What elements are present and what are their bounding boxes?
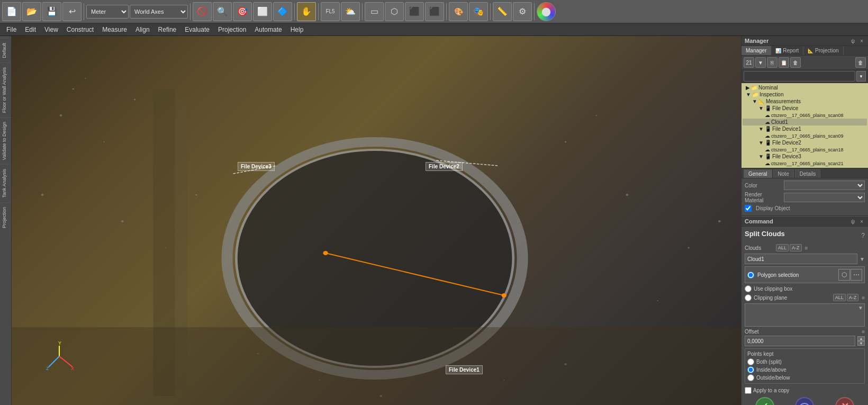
undo-button[interactable]: ↩ [62,2,82,21]
clipping-box-radio[interactable] [745,285,752,292]
color-select[interactable] [784,181,865,190]
command-close-btn[interactable]: × [858,219,865,224]
offset-input[interactable] [745,336,855,346]
color-button[interactable]: 🎨 [449,2,468,21]
inside-above-radio[interactable] [747,366,754,373]
search-dropdown[interactable]: ▼ [856,71,866,82]
sidebar-tab-tank[interactable]: Tank Analysis [0,164,11,202]
sidebar-tab-validate[interactable]: Validate to Design [0,117,11,164]
tree-nominal[interactable]: ▶ 📁 Nominal [743,84,867,91]
tree-cloud1[interactable]: ☁ Cloud1 [743,119,867,125]
apply-copy-label[interactable]: Apply to a copy [745,387,789,394]
cloud-button[interactable]: ⛅ [341,2,360,21]
tab-note[interactable]: Note [773,169,794,178]
split-h-button[interactable]: ⬛ [405,2,424,21]
display-object-checkbox[interactable] [745,205,752,212]
outside-below-radio[interactable] [747,374,754,381]
sidebar-tab-projection[interactable]: Projection [0,202,11,232]
save-button[interactable]: 💾 [42,2,61,21]
clouds-all-btn[interactable]: ALL [776,244,789,251]
menu-measure[interactable]: Measure [98,25,131,34]
deselect-button[interactable]: 🚫 [193,2,212,21]
box-button[interactable]: ⬜ [253,2,272,21]
split-v-button[interactable]: ⬛ [425,2,444,21]
search-input[interactable] [744,71,855,82]
clipping-plane-radio[interactable] [745,294,752,301]
manager-close-btn[interactable]: × [858,38,865,44]
render-material-select[interactable] [784,193,865,202]
menu-construct[interactable]: Construct [62,25,98,34]
offset-menu-btn[interactable]: ≡ [862,329,865,335]
rect-sel-button[interactable]: ▭ [365,2,384,21]
tree-cloud-scan09[interactable]: ☁ ctszero__17_0665_plains_scan09 [743,132,867,139]
tree-file-device1[interactable]: ▼ 📱 File Device1 [743,125,867,132]
clouds-menu-btn[interactable]: ≡ [805,245,808,251]
menu-evaluate[interactable]: Evaluate [180,25,214,34]
pick-button[interactable]: 🎯 [233,2,252,21]
menu-refine[interactable]: Refine [154,25,181,34]
fl5-button[interactable]: FL5 [321,2,340,21]
tab-report[interactable]: 📊 Report [771,46,803,55]
tab-details[interactable]: Details [795,169,821,178]
tree-file-device[interactable]: ▼ 📱 File Device [743,105,867,112]
clipping-all-btn[interactable]: ALL [833,294,846,301]
open-button[interactable]: 📂 [22,2,41,21]
tree-file-device3[interactable]: ▼ 📱 File Device3 [743,153,867,160]
cube-button[interactable]: 🔷 [273,2,292,21]
filter-button[interactable]: ▼ [755,57,766,68]
poly-button[interactable]: ⬡ [385,2,404,21]
tree-inspection[interactable]: ▼ 📁 Inspection [743,91,867,98]
delete-button[interactable]: 🗑 [790,57,801,68]
menu-automate[interactable]: Automate [250,25,286,34]
offset-down[interactable]: ▼ [857,341,865,346]
offset-up[interactable]: ▲ [857,336,865,341]
tree-measurements[interactable]: ▼ 📐 Measurements [743,98,867,105]
measure-button[interactable]: 📏 [493,2,512,21]
sidebar-tab-floor[interactable]: Floor or Wall Analysis [0,62,11,117]
menu-file[interactable]: File [2,25,21,34]
clipping-az-btn[interactable]: A-Z [847,294,859,301]
clipping-menu-btn[interactable]: ≡ [862,295,865,301]
cloud1-scroll[interactable]: ▼ [860,256,865,262]
palette-button[interactable]: 🎭 [469,2,488,21]
search-button[interactable]: 🔍 [213,2,232,21]
paste-button[interactable]: 📋 [779,57,789,68]
sidebar-tab-default[interactable]: Default [0,38,11,62]
tree-cloud-scan21[interactable]: ☁ ctszero__17_0665_plains_scan21 [743,160,867,167]
apply-copy-checkbox[interactable] [745,387,752,394]
polygon-icon-1[interactable]: ⬡ [838,269,850,281]
tree-cloud-scan08[interactable]: ☁ ctszero__17_0665_plains_scan08 [743,112,867,119]
polygon-selection-radio[interactable] [747,272,754,278]
unit-select[interactable]: Meter [86,5,129,19]
help-button[interactable]: ? [861,232,865,239]
copy-button[interactable]: ⎘ [767,57,777,68]
both-split-radio[interactable] [747,358,754,365]
new-button[interactable]: 📄 [2,2,21,21]
menu-edit[interactable]: Edit [21,25,40,34]
cancel-button[interactable]: ✕ [835,397,854,405]
tab-general[interactable]: General [744,169,772,178]
menu-projection[interactable]: Projection [214,25,250,34]
polygon-icon-2[interactable]: ⋯ [851,269,862,281]
menu-align[interactable]: Align [131,25,154,34]
command-float-btn[interactable]: ψ [849,219,856,224]
tree-cloud-scan18[interactable]: ☁ ctszero__17_0665_plains_scan18 [743,146,867,153]
trash-button[interactable]: 🗑 [855,57,866,68]
viewport-canvas[interactable]: File Device3 File Device2 File Device1 Y… [12,36,741,405]
tree-view[interactable]: ▶ 📁 Nominal ▼ 📁 Inspection ▼ 📐 Measureme… [742,83,868,168]
cloud1-input[interactable] [745,254,857,264]
tab-projection[interactable]: 📐 Projection [803,46,843,55]
settings-button[interactable]: ⚙ [513,2,532,21]
menu-view[interactable]: View [40,25,62,34]
hand-button[interactable]: ✋ [297,2,316,21]
axes-select[interactable]: World Axes [130,5,188,19]
manager-float-btn[interactable]: ψ [849,38,856,44]
tab-manager[interactable]: Manager [742,46,771,55]
sort-button[interactable]: 21 [744,57,754,68]
clipping-area-scroll[interactable]: ▼ [858,305,863,311]
clouds-az-btn[interactable]: A-Z [790,244,802,251]
tree-file-device2[interactable]: ▼ 📱 File Device2 [743,139,867,146]
confirm-button[interactable]: ✓ [755,397,774,405]
viewport[interactable]: File Device3 File Device2 File Device1 Y… [12,36,741,405]
preview-button[interactable] [795,397,814,405]
